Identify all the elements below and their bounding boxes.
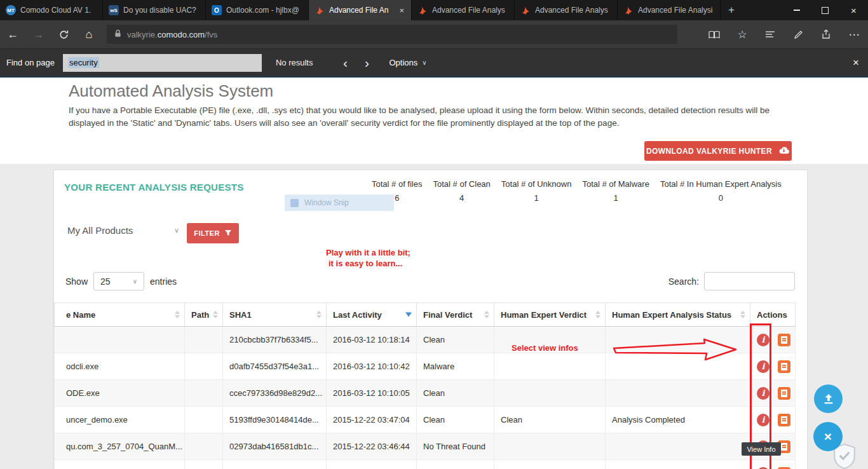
refresh-button[interactable] (51, 20, 76, 48)
share-icon[interactable] (812, 20, 840, 48)
cell-sha1: 40c6d44918ea3fd58ea... (223, 460, 327, 469)
close-window-button[interactable]: × (839, 0, 868, 20)
cell-sha1: 210cbcbb37f7b6334f5... (223, 327, 327, 353)
download-valkyrie-hunter-button[interactable]: DOWNLOAD VALKYRIE HUNTER (644, 141, 792, 161)
sort-icon (213, 311, 218, 318)
download-button-label: DOWNLOAD VALKYRIE HUNTER (646, 147, 772, 156)
find-options-button[interactable]: Options ∨ (389, 58, 426, 67)
cell-human-expert-status: Analysis Completed (606, 407, 750, 433)
forward-button[interactable]: → (25, 20, 51, 48)
tab-advanced-file-analysis-3[interactable]: Advanced File Analys (515, 0, 618, 20)
tab-title: Outlook.com - hjlbx@ (226, 6, 302, 15)
window-controls: × (782, 0, 868, 20)
close-widget-button[interactable]: × (813, 422, 843, 451)
tab-title: Advanced File Analys (432, 6, 508, 15)
tab-comodo-cloud[interactable]: MT Comodo Cloud AV 1. (0, 0, 103, 20)
hub-icon[interactable] (756, 20, 784, 48)
table-row: smixer_enterprise.exe 40c6d44918ea3fd58e… (55, 460, 796, 469)
find-next-button[interactable]: › (356, 52, 377, 74)
pdf-report-icon[interactable] (778, 467, 790, 469)
upload-icon (822, 393, 836, 405)
sort-icon (484, 311, 489, 318)
navigation-bar: ← → ⌂ valkyrie.comodo.com/fvs ☆ ⋯ (0, 20, 868, 48)
cell-human-expert-verdict: Clean (494, 407, 606, 433)
back-button[interactable]: ← (0, 20, 25, 48)
find-close-icon[interactable]: × (853, 57, 859, 69)
search-input[interactable] (704, 272, 795, 290)
column-header-actions: Actions (750, 303, 796, 327)
cell-last-activity: 2015-09-09 22:14:07 (327, 460, 417, 469)
sort-icon (595, 311, 600, 318)
column-header-human-expert-status[interactable]: Human Expert Analysis Status (606, 303, 750, 327)
products-filter-dropdown[interactable]: My All Products ∨ (67, 225, 179, 236)
cell-human-expert-status (606, 380, 750, 407)
cell-file-name: uncer_demo.exe (55, 407, 185, 433)
valkyrie-favicon-icon (417, 5, 428, 15)
column-header-human-expert-verdict[interactable]: Human Expert Verdict (494, 303, 606, 327)
column-header-path[interactable]: Path (185, 303, 223, 327)
address-bar[interactable]: valkyrie.comodo.com/fvs (107, 25, 677, 44)
minimize-button[interactable] (782, 0, 811, 20)
column-header-last-activity[interactable]: Last Activity (327, 303, 417, 327)
web-note-pen-icon[interactable] (784, 20, 812, 48)
window-snip-overlay: Window Snip (285, 194, 394, 211)
favorites-star-icon[interactable]: ☆ (728, 20, 756, 48)
tab-outlook[interactable]: O Outlook.com - hjlbx@ (206, 0, 309, 20)
filter-button-label: FILTER (194, 229, 220, 237)
stat-total-unknown: Total # of Unknown 1 (501, 179, 572, 203)
column-header-name[interactable]: e Name (55, 303, 185, 327)
column-header-sha1[interactable]: SHA1 (223, 303, 327, 327)
stat-label: Total # In Human Expert Analysis (660, 179, 782, 189)
stat-value: 4 (433, 193, 491, 203)
valkyrie-favicon-icon (315, 5, 325, 15)
cell-path (185, 433, 223, 460)
entries-value: 25 (100, 276, 111, 287)
maximize-button[interactable] (811, 0, 839, 20)
table-search-control: Search: (668, 272, 795, 290)
cell-path (185, 407, 223, 433)
new-tab-button[interactable]: + (721, 0, 742, 20)
cell-sha1: 5193ffd9e30148414de... (223, 407, 327, 433)
cell-human-expert-status (606, 433, 750, 460)
tab-advanced-file-analysis-active[interactable]: Advanced File An × (309, 0, 412, 20)
stat-human-expert: Total # In Human Expert Analysis 0 (660, 179, 782, 203)
column-header-final-verdict[interactable]: Final Verdict (417, 303, 494, 327)
tab-disable-uac[interactable]: wS Do you disable UAC? (103, 0, 206, 20)
more-options-icon[interactable]: ⋯ (840, 20, 868, 48)
table-row: uncer_demo.exe 5193ffd9e30148414de... 20… (55, 407, 796, 433)
entries-per-page-select[interactable]: 25 ∨ (93, 272, 144, 290)
upload-file-button[interactable] (814, 384, 843, 413)
products-filter-value: My All Products (67, 225, 133, 236)
cell-final-verdict: Clean (417, 460, 494, 469)
cell-human-expert-verdict (494, 353, 606, 380)
home-button[interactable]: ⌂ (76, 20, 102, 48)
pdf-report-icon[interactable] (778, 360, 790, 373)
cell-final-verdict: Clean (417, 327, 494, 353)
minimize-icon (794, 10, 800, 11)
find-input[interactable]: security (63, 54, 262, 72)
reading-view-icon[interactable] (700, 20, 728, 48)
pdf-report-icon[interactable] (778, 387, 790, 400)
chevron-down-icon: ∨ (133, 278, 137, 285)
pdf-report-icon[interactable] (778, 334, 790, 346)
cell-sha1: d0afb7455d37f54e3a1... (223, 353, 327, 380)
cloud-download-icon (778, 146, 790, 156)
find-on-page-bar: Find on page security No results ‹ › Opt… (0, 48, 868, 76)
pdf-report-icon[interactable] (778, 414, 790, 426)
tab-advanced-file-analysis-2[interactable]: Advanced File Analys (412, 0, 515, 20)
snip-label: Window Snip (304, 198, 349, 207)
maximize-icon (822, 7, 829, 14)
malwaretips-favicon-icon: MT (6, 5, 16, 15)
tab-close-icon[interactable]: × (398, 6, 405, 15)
cell-human-expert-status: Analysis Completed (606, 460, 750, 469)
browser-action-icons: ☆ ⋯ (700, 20, 868, 48)
lock-icon (114, 29, 121, 39)
tab-advanced-file-analysis-4[interactable]: Advanced File Analysi (618, 0, 721, 20)
stat-value: 0 (660, 193, 782, 203)
cell-file-name: odcli.exe (55, 353, 185, 380)
find-previous-button[interactable]: ‹ (334, 52, 356, 74)
wilders-favicon-icon: wS (109, 5, 119, 15)
annotation-arrow (611, 337, 740, 365)
sort-icon (175, 311, 180, 318)
filter-button[interactable]: FILTER (187, 223, 239, 243)
